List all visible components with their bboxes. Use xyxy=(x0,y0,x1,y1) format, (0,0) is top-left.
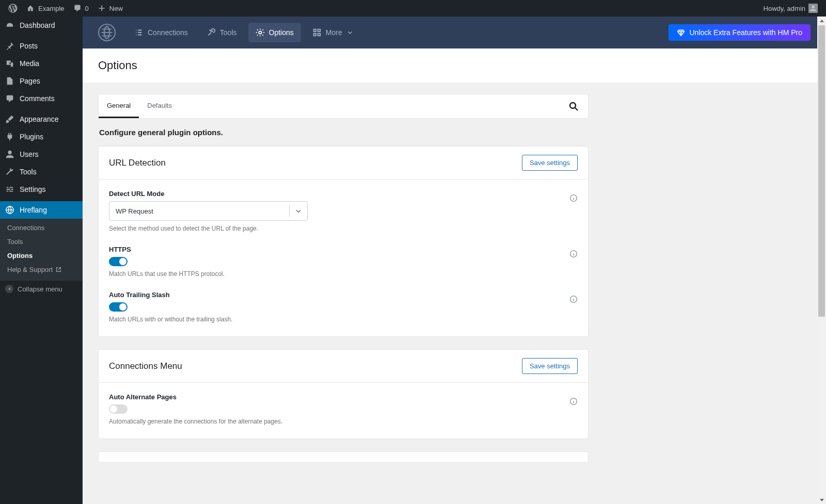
detect-url-mode-select[interactable]: WP Request xyxy=(109,201,308,221)
info-icon[interactable] xyxy=(569,194,578,202)
plug-icon xyxy=(5,132,14,141)
sidebar-item-label: Dashboard xyxy=(20,21,55,29)
svg-rect-3 xyxy=(313,29,316,32)
https-toggle[interactable] xyxy=(109,257,128,266)
globe-icon xyxy=(5,205,14,215)
sidebar-item-settings[interactable]: Settings xyxy=(0,181,83,198)
field-help: Automatically generate the connections f… xyxy=(109,418,557,425)
sidebar-item-label: Tools xyxy=(20,168,37,176)
collapse-menu[interactable]: Collapse menu xyxy=(0,281,83,297)
card-connections-menu: Connections Menu Save settings Auto Alte… xyxy=(98,349,589,439)
howdy-label: Howdy, admin xyxy=(764,5,805,12)
admin-sidebar: Dashboard Posts Media Pages Comments App… xyxy=(0,17,83,504)
new-label: New xyxy=(109,5,123,12)
nav-options[interactable]: Options xyxy=(248,23,301,42)
sidebar-item-plugins[interactable]: Plugins xyxy=(0,128,83,145)
card-title: URL Detection xyxy=(109,158,166,168)
sidebar-item-pages[interactable]: Pages xyxy=(0,72,83,90)
page-title: Options xyxy=(98,59,811,72)
auto-alternate-toggle[interactable] xyxy=(109,404,128,414)
tools-icon xyxy=(206,28,216,37)
search-button[interactable] xyxy=(566,99,581,113)
new-link[interactable]: New xyxy=(93,0,127,17)
sidebar-item-label: Posts xyxy=(20,42,38,50)
sidebar-item-users[interactable]: Users xyxy=(0,145,83,163)
wp-logo[interactable] xyxy=(4,0,22,17)
section-description: Configure general plugin options. xyxy=(99,128,587,137)
scroll-thumb[interactable] xyxy=(818,25,825,317)
unlock-pro-button[interactable]: Unlock Extra Features with HM Pro xyxy=(669,24,811,41)
user-icon xyxy=(5,150,14,159)
plus-icon xyxy=(97,4,106,13)
tab-defaults[interactable]: Defaults xyxy=(139,94,180,118)
sidebar-item-dashboard[interactable]: Dashboard xyxy=(0,17,83,34)
nav-tools[interactable]: Tools xyxy=(199,23,244,42)
scroll-down-arrow-icon[interactable] xyxy=(817,495,826,504)
vertical-scrollbar[interactable] xyxy=(817,17,826,504)
external-link-icon xyxy=(56,267,61,272)
sidebar-item-label: Pages xyxy=(20,77,40,85)
comments-icon xyxy=(5,94,14,103)
wrench-icon xyxy=(5,167,14,176)
info-icon[interactable] xyxy=(569,397,578,405)
tab-general[interactable]: General xyxy=(99,94,139,118)
sidebar-item-media[interactable]: Media xyxy=(0,55,83,72)
select-divider xyxy=(289,205,290,217)
sidebar-item-appearance[interactable]: Appearance xyxy=(0,110,83,128)
chevron-down-icon xyxy=(346,29,354,36)
home-icon xyxy=(26,4,35,13)
page-header: Options xyxy=(83,48,826,83)
save-settings-button[interactable]: Save settings xyxy=(522,358,578,374)
svg-rect-6 xyxy=(318,34,321,36)
sliders-icon xyxy=(5,185,14,194)
wordpress-icon xyxy=(8,4,18,13)
wp-admin-bar: Example 0 New Howdy, admin xyxy=(0,0,826,17)
sidebar-item-label: Media xyxy=(20,59,39,68)
comments-count: 0 xyxy=(85,5,89,12)
chevron-down-icon xyxy=(293,207,304,215)
next-card-peek xyxy=(98,451,589,462)
collapse-icon xyxy=(5,285,13,293)
nav-label: Connections xyxy=(148,28,188,37)
svg-point-2 xyxy=(259,31,261,34)
field-help: Select the method used to detect the URL… xyxy=(109,225,557,232)
media-icon xyxy=(5,59,14,68)
tabs-card: General Defaults xyxy=(98,94,589,119)
field-auto-trailing-slash: Auto Trailing Slash Match URLs with or w… xyxy=(109,291,578,323)
sidebar-subitem-help[interactable]: Help & Support xyxy=(0,263,83,277)
field-detect-url-mode: Detect URL Mode WP Request Select the me… xyxy=(109,190,578,232)
field-https: HTTPS Match URLs that use the HTTPS prot… xyxy=(109,246,578,278)
nav-more[interactable]: More xyxy=(305,23,361,42)
sidebar-item-label: Users xyxy=(20,150,39,158)
content-area: Connections Tools Options More Unlock Ex… xyxy=(83,17,826,504)
search-icon xyxy=(568,101,579,111)
trailing-slash-toggle[interactable] xyxy=(109,302,128,312)
plugin-logo-globe-icon xyxy=(98,24,116,41)
user-menu[interactable]: Howdy, admin xyxy=(759,0,822,17)
info-icon[interactable] xyxy=(569,295,578,303)
comments-link[interactable]: 0 xyxy=(69,0,93,17)
scroll-up-arrow-icon[interactable] xyxy=(817,17,826,25)
sidebar-subitem-options[interactable]: Options xyxy=(0,249,83,263)
info-icon[interactable] xyxy=(569,250,578,258)
site-link[interactable]: Example xyxy=(22,0,69,17)
dashboard-icon xyxy=(5,21,14,30)
sidebar-item-tools[interactable]: Tools xyxy=(0,163,83,181)
sidebar-item-comments[interactable]: Comments xyxy=(0,90,83,107)
sidebar-item-hreflang[interactable]: Hreflang xyxy=(0,201,83,219)
nav-connections[interactable]: Connections xyxy=(127,23,195,42)
scroll-track[interactable] xyxy=(817,25,826,495)
sidebar-subitem-connections[interactable]: Connections xyxy=(0,221,83,235)
sidebar-subitem-tools[interactable]: Tools xyxy=(0,235,83,249)
nav-label: Tools xyxy=(220,28,237,37)
field-auto-alternate-pages: Auto Alternate Pages Automatically gener… xyxy=(109,393,578,425)
sidebar-item-label: Hreflang xyxy=(20,206,47,214)
svg-rect-4 xyxy=(318,29,321,32)
pin-icon xyxy=(5,41,14,51)
sidebar-item-posts[interactable]: Posts xyxy=(0,37,83,55)
select-value: WP Request xyxy=(116,207,153,215)
nav-label: More xyxy=(326,28,342,37)
nav-label: Options xyxy=(269,28,294,37)
save-settings-button[interactable]: Save settings xyxy=(522,155,578,171)
diamond-icon xyxy=(677,28,685,37)
